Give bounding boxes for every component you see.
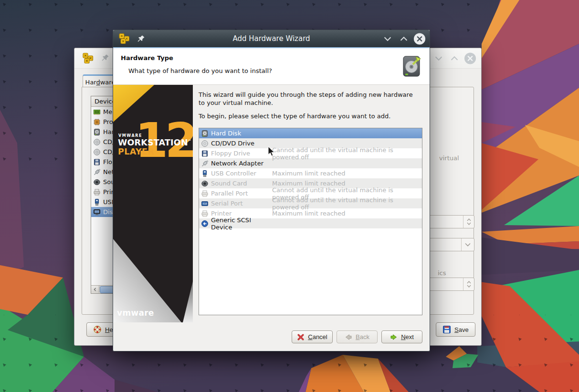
hardware-option-serial-port: 010 Serial Port Cannot add until the vir… <box>199 198 422 208</box>
back-arrow-icon <box>345 333 352 341</box>
scsi-icon <box>201 220 209 227</box>
pin-icon[interactable] <box>100 53 110 65</box>
help-lifering-icon <box>93 325 102 334</box>
network-icon <box>93 168 101 176</box>
cancel-button[interactable]: Cancel <box>292 330 333 343</box>
brand-vmware-small: VMWARE <box>118 134 142 138</box>
scroll-left-icon[interactable] <box>91 286 99 293</box>
add-hardware-wizard-dialog: Add Hardware Wizard Hardware Type What t… <box>113 30 430 351</box>
next-arrow-icon <box>390 333 398 341</box>
hard-disk-icon <box>201 130 209 137</box>
usb-icon <box>93 198 101 206</box>
close-icon[interactable] <box>464 52 476 64</box>
cancel-x-icon <box>297 333 305 341</box>
brand-workstation: WORKSTATION™ <box>118 138 191 147</box>
maximize-icon[interactable] <box>398 32 410 45</box>
sound-icon <box>93 178 101 186</box>
maximize-icon[interactable] <box>448 52 461 64</box>
wizard-footer: Cancel Back Next <box>113 322 430 351</box>
save-floppy-icon <box>442 325 451 334</box>
minimize-icon[interactable] <box>432 52 445 64</box>
vmware-branding-panel: 12 VMWARE WORKSTATION™ PLAYER vmware <box>113 85 193 322</box>
desktop: Hardware Device Memory Processors Hard D… <box>0 0 579 392</box>
hardware-type-list: Hard Disk CD/DVD Drive Floppy Drive Cann… <box>199 128 422 315</box>
save-button[interactable]: Save <box>436 322 475 337</box>
mouse-cursor <box>268 146 276 157</box>
minimize-icon[interactable] <box>381 32 394 45</box>
hardware-option-floppy-drive: Floppy Drive Cannot add until the virtua… <box>199 148 422 158</box>
sound-icon <box>201 180 209 187</box>
hardware-option-hard-disk[interactable]: Hard Disk <box>199 128 422 138</box>
hard-disk-drive-icon <box>402 55 421 79</box>
cd-dvd-icon <box>93 148 101 156</box>
cd-dvd-icon <box>93 138 101 146</box>
intro-paragraph-2: To begin, please select the type of hard… <box>199 112 414 120</box>
hardware-option-usb-controller: USB Controller Maximum limit reached <box>199 168 422 178</box>
display-icon <box>93 208 101 216</box>
network-icon <box>201 160 209 167</box>
floppy-icon <box>93 158 101 166</box>
parallel-port-icon <box>201 190 209 197</box>
chevron-down-icon <box>461 238 474 251</box>
spinner-arrows-icon <box>463 278 474 290</box>
close-icon[interactable] <box>413 32 426 45</box>
wizard-header: Hardware Type What type of hardware do y… <box>113 48 430 85</box>
wizard-content: 12 VMWARE WORKSTATION™ PLAYER vmware Thi… <box>113 85 430 322</box>
serial-port-icon: 010 <box>201 200 209 207</box>
vmware-logo: vmware <box>117 308 154 318</box>
next-button[interactable]: Next <box>381 330 422 343</box>
usb-icon <box>201 170 209 177</box>
hardware-option-generic-scsi-device[interactable]: Generic SCSI Device <box>199 218 422 228</box>
text-fragment-virtual: virtual <box>439 155 459 162</box>
wizard-body: This wizard will guide you through the s… <box>193 85 430 322</box>
svg-text:010: 010 <box>202 202 207 205</box>
page-subtitle: What type of hardware do you want to ins… <box>128 67 272 74</box>
intro-paragraph: This wizard will guide you through the s… <box>199 91 414 107</box>
hard-disk-icon <box>93 128 101 136</box>
vmware-app-icon <box>82 52 94 66</box>
back-button: Back <box>337 330 378 343</box>
processor-icon <box>93 118 101 126</box>
printer-icon <box>201 210 209 217</box>
printer-icon <box>93 188 101 196</box>
memory-icon <box>93 108 101 116</box>
brand-player: PLAYER <box>118 147 154 156</box>
page-title: Hardware Type <box>121 54 173 62</box>
floppy-icon <box>201 150 209 157</box>
wizard-titlebar: Add Hardware Wizard <box>113 30 430 47</box>
cd-dvd-icon <box>201 140 209 147</box>
spinner-arrows-icon <box>463 216 474 228</box>
